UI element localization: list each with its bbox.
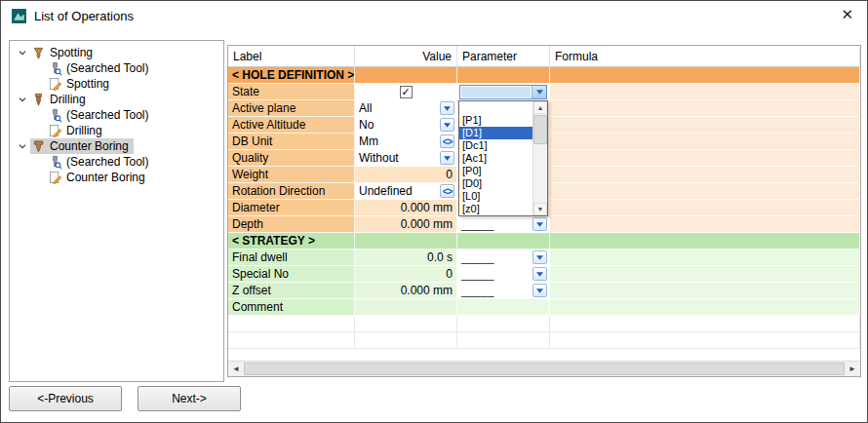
tree-item-searched-tool[interactable]: (Searched Tool) [10, 60, 223, 76]
row-label: Rotation Direction [228, 183, 355, 200]
chevron-down-icon[interactable] [14, 45, 30, 60]
row-final-dwell: Final dwell0.0 s_____ [228, 250, 860, 266]
tree-item-drilling[interactable]: Drilling [10, 92, 223, 107]
row-label: Quality [228, 150, 355, 167]
searched-tool-icon [48, 155, 62, 170]
value-text: All [357, 101, 372, 115]
value-cell [355, 316, 457, 332]
tree-item-label: Counter Boring [66, 171, 145, 184]
dropdown-chevron-icon[interactable] [533, 250, 547, 264]
scroll-right-icon[interactable]: ► [845, 362, 860, 376]
tree-item-drilling[interactable]: Drilling [10, 123, 223, 138]
formula-cell [550, 200, 860, 216]
formula-cell [550, 266, 860, 283]
dropdown-item[interactable]: [D0] [459, 177, 533, 190]
parameter-combo-value: _____ [459, 284, 493, 297]
tree-item-counter-boring[interactable]: Counter Boring [10, 170, 223, 185]
value-text: 0 [446, 168, 453, 181]
parameter-cell [457, 316, 550, 332]
table-empty-row [228, 332, 860, 349]
previous-button[interactable]: <-Previous [9, 386, 122, 411]
dropdown-item[interactable]: [Dc1] [459, 139, 533, 152]
scroll-down-icon[interactable]: ▼ [533, 203, 547, 215]
parameter-combo-open[interactable]: _____ [459, 85, 547, 99]
drilling-tool-icon [31, 93, 46, 107]
value-cell: ✓ [355, 84, 457, 100]
tree-item-label: Spotting [66, 77, 109, 91]
tree-item-searched-tool[interactable]: (Searched Tool) [10, 154, 223, 170]
parameter-cell [457, 332, 550, 349]
value-cell [355, 67, 457, 84]
formula-cell [550, 67, 860, 84]
chevron-down-icon[interactable] [14, 92, 30, 107]
dropdown-scroll-track[interactable] [533, 114, 547, 203]
dropdown-chevron-icon[interactable] [440, 151, 454, 165]
parameter-cell [457, 299, 550, 316]
parameter-combo[interactable]: _____ [459, 267, 547, 281]
parameter-combo[interactable]: _____ [459, 217, 547, 231]
parameter-combo-value: _____ [461, 87, 531, 97]
dropdown-chevron-icon[interactable] [440, 118, 454, 132]
tree-item-content: (Searched Tool) [47, 60, 154, 76]
value-cell: 0.0 s [355, 250, 457, 266]
scroll-left-icon[interactable]: ◄ [228, 362, 244, 376]
dropdown-chevron-icon[interactable] [533, 267, 547, 281]
scrollbar-thumb[interactable] [244, 363, 845, 375]
row-label: Depth [228, 216, 355, 233]
operation-edit-icon [48, 171, 62, 185]
tree-item-label: (Searched Tool) [66, 108, 149, 122]
next-button[interactable]: Next-> [138, 386, 241, 411]
dropdown-chevron-icon[interactable] [532, 86, 546, 98]
dropdown-item[interactable]: [P0] [459, 165, 533, 177]
tree-item-spotting[interactable]: Spotting [10, 45, 223, 60]
tree-item-content: (Searched Tool) [47, 154, 154, 170]
formula-cell [550, 216, 860, 233]
table-empty-row [228, 316, 860, 332]
tree-item-spotting[interactable]: Spotting [10, 76, 223, 92]
dropdown-item[interactable]: [z0] [459, 203, 533, 215]
tree-item-searched-tool[interactable]: (Searched Tool) [10, 107, 223, 123]
parameter-combo-value: _____ [459, 250, 493, 264]
formula-cell [550, 100, 860, 117]
close-icon[interactable]: ✕ [841, 6, 853, 23]
row-label: < HOLE DEFINITION > [228, 67, 355, 84]
scroll-up-icon[interactable]: ▲ [533, 101, 547, 114]
operations-tree: Spotting(Searched Tool)SpottingDrilling(… [9, 40, 224, 382]
value-text: 0.000 mm [401, 284, 453, 297]
dropdown-scroll-thumb[interactable] [533, 115, 547, 144]
parameter-combo[interactable]: _____ [459, 284, 547, 297]
parameter-cell [457, 233, 550, 250]
value-cell: 0 [355, 167, 457, 183]
table-horizontal-scrollbar[interactable]: ◄ ► [228, 361, 860, 376]
state-checkbox[interactable]: ✓ [400, 86, 413, 98]
value-text: 0.000 mm [401, 201, 453, 214]
dropdown-chevron-icon[interactable] [533, 217, 547, 231]
row-label: Special No [228, 266, 355, 283]
dropdown-item[interactable]: [L0] [459, 190, 533, 203]
dropdown-chevron-icon[interactable] [440, 101, 454, 115]
enum-cycle-icon[interactable]: <> [440, 184, 454, 198]
enum-cycle-icon[interactable]: <> [440, 135, 454, 148]
list-of-operations-dialog: List of Operations ✕ Spotting(Searched T… [0, 0, 868, 423]
formula-cell [550, 167, 860, 183]
dropdown-item[interactable]: [D1] [459, 127, 533, 139]
value-cell [355, 299, 457, 316]
dropdown-item[interactable]: [P1] [459, 114, 533, 127]
formula-cell [550, 183, 860, 200]
formula-cell [550, 150, 860, 167]
chevron-down-icon[interactable] [14, 138, 30, 154]
tree-item-counter-boring[interactable]: Counter Boring [10, 138, 223, 154]
dropdown-item[interactable] [459, 101, 533, 114]
tree-item-label: Drilling [50, 93, 86, 106]
dropdown-scrollbar[interactable]: ▲ ▼ [533, 101, 547, 215]
tree-item-content: (Searched Tool) [47, 107, 154, 123]
parameter-combo[interactable]: _____ [459, 250, 547, 264]
dropdown-item[interactable]: [Ac1] [459, 152, 533, 165]
parameter-cell [457, 67, 550, 84]
row-label: DB Unit [228, 134, 355, 150]
row-label: < STRATEGY > [228, 233, 355, 250]
dropdown-chevron-icon[interactable] [533, 284, 547, 297]
tree-item-content: Drilling [30, 92, 91, 107]
value-text: Undefined [357, 184, 413, 198]
row-label: Z offset [228, 283, 355, 299]
